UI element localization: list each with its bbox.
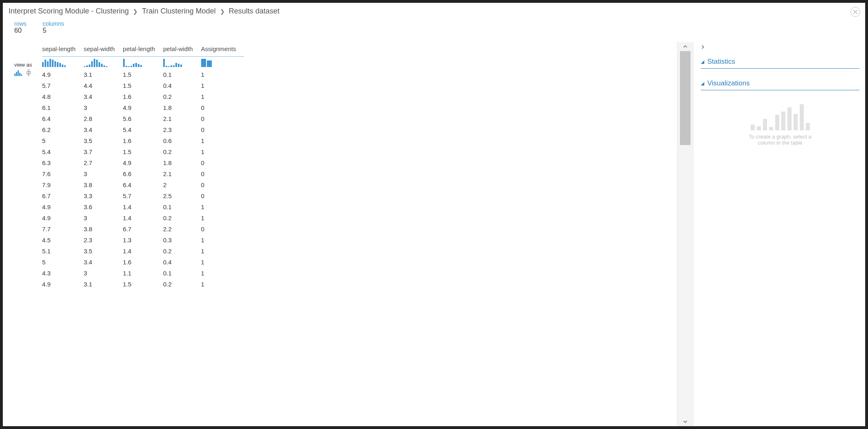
table-cell: 5.7 xyxy=(42,80,84,91)
table-cell: 7.6 xyxy=(42,168,84,179)
chevron-right-icon: ❯ xyxy=(220,8,225,15)
column-header[interactable]: petal-width xyxy=(163,42,201,57)
table-cell: 1.6 xyxy=(123,91,163,102)
table-cell: 1.8 xyxy=(163,157,201,168)
placeholder-bars-icon xyxy=(731,101,829,130)
table-cell: 3.7 xyxy=(84,146,123,157)
table-row[interactable]: 53.51.60.61 xyxy=(42,135,244,146)
table-cell: 3.5 xyxy=(84,246,123,257)
svg-rect-0 xyxy=(14,74,16,76)
table-cell: 1.5 xyxy=(123,80,163,91)
table-cell: 1 xyxy=(201,201,244,212)
table-row[interactable]: 53.41.60.41 xyxy=(42,257,244,268)
table-row[interactable]: 6.73.35.72.50 xyxy=(42,190,244,201)
table-cell: 1.4 xyxy=(123,212,163,223)
column-header[interactable]: Assignments xyxy=(201,42,244,57)
chevron-up-icon xyxy=(683,45,687,49)
vertical-scrollbar[interactable] xyxy=(677,42,693,426)
table-cell: 0.2 xyxy=(163,279,201,290)
table-cell: 1 xyxy=(201,146,244,157)
table-cell: 4.9 xyxy=(42,279,84,290)
breadcrumb-item[interactable]: Train Clustering Model xyxy=(142,7,215,16)
visualizations-header[interactable]: ◢ Visualizations xyxy=(701,75,859,90)
table-row[interactable]: 5.43.71.50.21 xyxy=(42,146,244,157)
table-cell: 1.5 xyxy=(123,279,163,290)
table-cell: 6.4 xyxy=(42,113,84,124)
table-row[interactable]: 5.13.51.40.21 xyxy=(42,246,244,257)
dataset-meta: rows 60 columns 5 xyxy=(3,19,865,38)
columns-value: 5 xyxy=(43,27,64,34)
table-cell: 3.4 xyxy=(84,257,123,268)
close-icon xyxy=(853,9,858,14)
table-cell: 0.1 xyxy=(163,69,201,80)
data-table-panel: view as xyxy=(3,42,677,426)
table-row[interactable]: 6.23.45.42.30 xyxy=(42,124,244,135)
table-row[interactable]: 6.42.85.62.10 xyxy=(42,113,244,124)
table-cell: 2.8 xyxy=(84,113,123,124)
scrollbar-thumb[interactable] xyxy=(680,51,691,145)
table-cell: 7.7 xyxy=(42,223,84,235)
scroll-down-button[interactable] xyxy=(677,417,693,426)
table-cell: 3.8 xyxy=(84,223,123,235)
table-cell: 1 xyxy=(201,91,244,102)
table-row[interactable]: 7.636.62.10 xyxy=(42,168,244,179)
table-cell: 3.4 xyxy=(84,124,123,135)
breadcrumb: Interpret Scoring Module - Clustering ❯ … xyxy=(3,3,865,19)
dialog-frame: Interpret Scoring Module - Clustering ❯ … xyxy=(2,2,866,427)
table-cell: 4.9 xyxy=(123,157,163,168)
table-cell: 6.2 xyxy=(42,124,84,135)
columns-label: columns xyxy=(43,20,64,27)
statistics-header[interactable]: ◢ Statistics xyxy=(701,54,859,69)
table-cell: 0.2 xyxy=(163,212,201,223)
table-cell: 5.7 xyxy=(123,190,163,201)
table-row[interactable]: 7.73.86.72.20 xyxy=(42,223,244,235)
table-row[interactable]: 4.331.10.11 xyxy=(42,268,244,279)
column-header[interactable]: sepal-width xyxy=(84,42,123,57)
table-row[interactable]: 6.134.91.80 xyxy=(42,102,244,113)
table-cell: 4.9 xyxy=(42,212,84,223)
column-sparkline[interactable] xyxy=(42,57,84,69)
breadcrumb-item[interactable]: Interpret Scoring Module - Clustering xyxy=(9,7,129,16)
view-as-histogram-icon[interactable] xyxy=(14,70,23,76)
scroll-up-button[interactable] xyxy=(677,42,693,51)
table-cell: 1 xyxy=(201,212,244,223)
view-as-boxplot-icon[interactable] xyxy=(26,69,31,76)
svg-rect-3 xyxy=(19,73,20,76)
table-row[interactable]: 7.93.86.420 xyxy=(42,179,244,190)
table-cell: 2 xyxy=(163,179,201,190)
table-cell: 6.1 xyxy=(42,102,84,113)
close-button[interactable] xyxy=(850,7,860,17)
table-cell: 1 xyxy=(201,80,244,91)
table-cell: 1.4 xyxy=(123,201,163,212)
table-row[interactable]: 5.74.41.50.41 xyxy=(42,80,244,91)
table-cell: 1 xyxy=(201,257,244,268)
table-cell: 1.5 xyxy=(123,146,163,157)
table-row[interactable]: 6.32.74.91.80 xyxy=(42,157,244,168)
table-cell: 3.5 xyxy=(84,135,123,146)
column-sparkline[interactable] xyxy=(84,57,123,69)
chevron-right-icon: ❯ xyxy=(133,8,138,15)
table-cell: 0 xyxy=(201,223,244,235)
expand-panel-button[interactable] xyxy=(701,45,859,50)
table-row[interactable]: 4.93.61.40.11 xyxy=(42,201,244,212)
table-cell: 4.8 xyxy=(42,91,84,102)
table-row[interactable]: 4.83.41.60.21 xyxy=(42,91,244,102)
table-row[interactable]: 4.93.11.50.11 xyxy=(42,69,244,80)
table-row[interactable]: 4.52.31.30.31 xyxy=(42,235,244,246)
table-cell: 2.5 xyxy=(163,190,201,201)
table-row[interactable]: 4.931.40.21 xyxy=(42,212,244,223)
column-sparkline[interactable] xyxy=(123,57,163,69)
table-cell: 2.1 xyxy=(163,113,201,124)
column-sparkline[interactable] xyxy=(163,57,201,69)
view-as: view as xyxy=(14,62,32,76)
column-header[interactable]: sepal-length xyxy=(42,42,84,57)
table-cell: 2.3 xyxy=(84,235,123,246)
column-sparkline[interactable] xyxy=(201,57,244,69)
table-row[interactable]: 4.93.11.50.21 xyxy=(42,279,244,290)
table-cell: 0 xyxy=(201,157,244,168)
table-cell: 1.8 xyxy=(163,102,201,113)
table-cell: 4.9 xyxy=(42,201,84,212)
results-table: sepal-lengthsepal-widthpetal-lengthpetal… xyxy=(42,42,244,290)
table-cell: 5.6 xyxy=(123,113,163,124)
column-header[interactable]: petal-length xyxy=(123,42,163,57)
